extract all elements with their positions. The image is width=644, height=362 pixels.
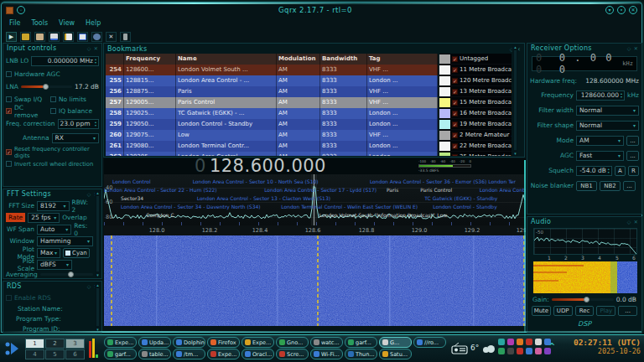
play-button[interactable]: Play xyxy=(596,306,615,316)
tag-row[interactable]: ✓11 Metre Broadcas... xyxy=(439,65,512,75)
lna-slider-handle[interactable] xyxy=(43,84,49,90)
mute-button[interactable]: Mute xyxy=(532,306,551,316)
mode-select[interactable]: AM▾ xyxy=(576,136,624,146)
frequency-display[interactable]: 0128.600.000 xyxy=(195,156,379,176)
remote-control-button[interactable] xyxy=(91,32,102,42)
update-icon[interactable] xyxy=(517,339,523,345)
hardware-agc-checkbox[interactable]: ✓ xyxy=(6,71,12,77)
task-garf[interactable]: garf... xyxy=(345,337,377,348)
task-oracl[interactable]: Oracl... xyxy=(242,349,274,359)
app-launcher-icon[interactable] xyxy=(3,340,22,357)
mode-options-button[interactable]: ... xyxy=(626,136,639,146)
lnb-lo-input[interactable]: 0.000000 MHz▴▾ xyxy=(31,56,99,66)
invert-scroll-checkbox[interactable]: ✓ xyxy=(6,161,12,167)
chat-icon[interactable] xyxy=(535,348,542,354)
maximize-button[interactable]: • xyxy=(617,6,626,14)
float-icon[interactable]: ◇ xyxy=(627,219,631,225)
table-row[interactable]: 256128875...ParisAM8333VHF ... xyxy=(106,86,438,97)
bookmarks-scrollbar[interactable]: ▴▾ xyxy=(512,44,518,156)
menu-tools[interactable]: Tools xyxy=(31,19,48,27)
desktop-3[interactable]: 3 xyxy=(65,339,85,349)
flag-icon[interactable] xyxy=(517,348,523,354)
iq-balance-checkbox[interactable]: ✓ xyxy=(50,108,56,114)
task-satu[interactable]: Satu... xyxy=(379,349,412,359)
table-row[interactable]: 260129075...LowAM8333VHF ... xyxy=(106,130,438,141)
task-firefox[interactable]: Firefox xyxy=(207,337,240,348)
lna-slider[interactable] xyxy=(21,85,72,88)
tag-row[interactable]: ✓13 Metre Broadcas... xyxy=(439,86,512,97)
clock-widget[interactable]: 02:27:11 (UTC) 2025-10-26 xyxy=(560,338,641,355)
float-icon[interactable]: ◇ xyxy=(627,45,631,51)
tag-checkbox[interactable]: ✓ xyxy=(452,78,458,84)
fill-color-button[interactable]: Cyan xyxy=(63,248,90,258)
task-expe[interactable]: Expe... xyxy=(242,337,274,348)
float-icon[interactable]: ◇ xyxy=(87,283,91,289)
task-upda[interactable]: Upda... xyxy=(138,337,171,348)
tag-row[interactable]: ✓Untagged xyxy=(439,54,512,65)
task-ro[interactable]: //ro... xyxy=(413,337,446,348)
averaging-slider[interactable] xyxy=(40,273,93,276)
titlebar[interactable]: ◦ Gqrx 2.17.7 - rtl=0 ▾ • ✕ xyxy=(2,3,641,17)
close-icon[interactable]: ✕ xyxy=(634,45,638,51)
menu-file[interactable]: File xyxy=(9,19,20,27)
spinner-arrows-icon[interactable]: ▴▾ xyxy=(95,121,96,126)
frequency-input[interactable]: 128600.000▴▾ xyxy=(576,90,625,101)
tag-row[interactable]: ✓16 Metre Broadcas... xyxy=(439,108,512,119)
tag-checkbox[interactable]: ✓ xyxy=(452,154,458,157)
audio-options-button[interactable]: ... xyxy=(618,306,637,316)
filter-width-select[interactable]: Normal▾ xyxy=(576,106,639,116)
table-row[interactable]: 258129025...TC Gatwick (EGKK) - ...AM833… xyxy=(106,108,438,119)
wf-span-select[interactable]: Auto▾ xyxy=(37,225,71,235)
spectrum-plot[interactable]: 40 60 80 London ControlLondon Area Contr… xyxy=(104,174,526,225)
tools-button[interactable]: ✕ xyxy=(106,32,117,42)
fft-scrollbar[interactable]: ▴▾ xyxy=(95,190,101,277)
column-header[interactable]: Frequency xyxy=(124,54,176,65)
task-g[interactable]: G... xyxy=(379,337,412,348)
squelch-auto-button[interactable]: A xyxy=(615,166,626,176)
nb2-button[interactable]: NB2 xyxy=(600,181,621,191)
rate-select[interactable]: 25 fps▾ xyxy=(28,213,60,223)
media-icon[interactable] xyxy=(507,339,514,345)
network-icon[interactable] xyxy=(498,339,505,345)
table-row[interactable]: 257129005...Paris ControlAM8333VHF ... xyxy=(106,97,438,108)
tag-row[interactable]: ✓22 Metre Broadcas... xyxy=(439,141,512,152)
task-dolphin[interactable]: Dolphin xyxy=(173,337,205,348)
close-icon[interactable]: ✕ xyxy=(94,45,98,51)
plot-scale-select[interactable]: dBFS▾ xyxy=(37,260,72,270)
screenshot-button[interactable] xyxy=(77,32,88,42)
column-header[interactable] xyxy=(106,54,124,65)
desktop-4[interactable]: 4 xyxy=(25,349,44,359)
tag-row[interactable]: ✓15 Metre Broadcas... xyxy=(439,97,512,108)
task-garf[interactable]: garf... xyxy=(104,349,137,359)
spinner-arrows-icon[interactable]: ▴▾ xyxy=(608,168,610,173)
no-limits-checkbox[interactable]: ✓ xyxy=(50,96,56,102)
column-header[interactable]: Tag xyxy=(367,54,438,65)
close-icon[interactable]: ✕ xyxy=(634,219,638,225)
fft-size-select[interactable]: 8192▾ xyxy=(37,201,70,211)
menu-help[interactable]: Help xyxy=(86,19,101,27)
task-table[interactable]: table... xyxy=(138,349,171,359)
column-header[interactable]: Modulation xyxy=(277,54,320,65)
virtual-desktop-pager[interactable]: 1 2 3 4 5 6 xyxy=(25,339,85,359)
filter-shape-select[interactable]: Normal▾ xyxy=(576,121,639,131)
bookmarks-table[interactable]: FrequencyNameModulationBandwidthTag25412… xyxy=(106,54,438,156)
tag-checkbox[interactable]: ✓ xyxy=(452,56,458,62)
open-file-button[interactable] xyxy=(34,32,45,42)
tag-checkbox[interactable]: ✓ xyxy=(452,67,458,73)
spinner-arrows-icon[interactable]: ▴▾ xyxy=(95,58,96,63)
task-wifi[interactable]: Wi-Fi... xyxy=(310,349,343,359)
table-row[interactable]: 255128815...London Area Control - ...AM8… xyxy=(106,75,438,86)
desktop-5[interactable]: 5 xyxy=(45,349,65,359)
column-header[interactable]: Bandwidth xyxy=(320,54,367,65)
tag-checkbox[interactable]: ✓ xyxy=(452,132,458,138)
menu-view[interactable]: View xyxy=(59,19,75,27)
tag-row[interactable]: ✓2 Metre Amateur ... xyxy=(439,130,512,141)
tag-row[interactable]: ✓25 Metre Broadcas xyxy=(439,152,512,156)
desktop-6[interactable]: 6 xyxy=(65,349,85,359)
dock-splitter[interactable] xyxy=(524,160,526,333)
gain-slider-handle[interactable] xyxy=(584,297,589,303)
tag-row[interactable]: ✓19 Metre Broadcas... xyxy=(439,119,512,130)
window-select[interactable]: Hamming▾ xyxy=(37,236,93,246)
enable-rds-checkbox[interactable]: ✓ xyxy=(6,295,12,301)
plot-mode-select[interactable]: Max▾ xyxy=(37,248,60,258)
